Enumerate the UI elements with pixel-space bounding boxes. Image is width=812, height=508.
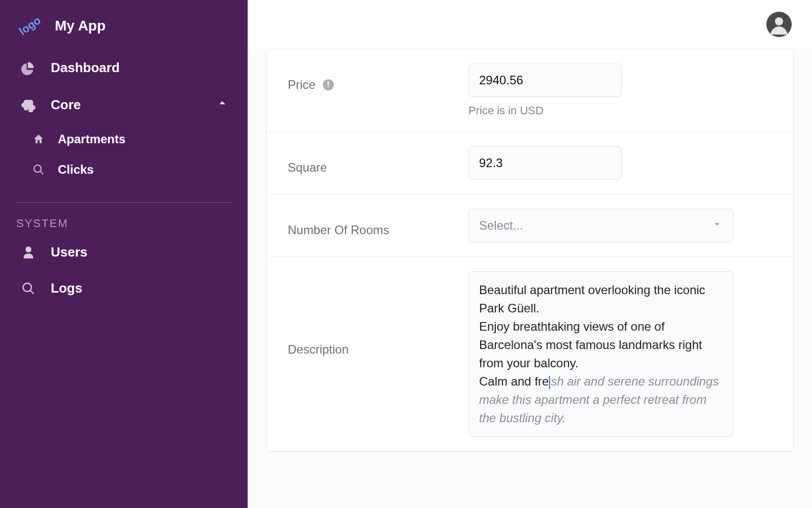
sidebar-item-label: Dashboard: [51, 60, 229, 76]
label-rooms: Number Of Rooms: [288, 209, 468, 237]
row-square: Square: [266, 132, 793, 195]
sidebar: logo My App Dashboard Core Apartments Cl…: [0, 0, 248, 508]
sidebar-item-apartments[interactable]: Apartments: [0, 124, 248, 154]
label-text: Number Of Rooms: [288, 223, 389, 237]
search-icon: [18, 281, 39, 296]
avatar[interactable]: [766, 12, 792, 37]
user-icon: [18, 245, 39, 260]
label-text: Description: [288, 342, 349, 357]
caret-down-icon: [712, 218, 723, 233]
home-icon: [30, 133, 47, 145]
sidebar-item-users[interactable]: Users: [0, 234, 248, 270]
square-input[interactable]: [468, 146, 622, 180]
row-price: Price ! Price is in USD: [266, 49, 793, 132]
content: Price ! Price is in USD Square Numbe: [248, 49, 812, 508]
search-icon: [30, 164, 47, 176]
sidebar-item-clicks[interactable]: Clicks: [0, 154, 248, 185]
sidebar-item-label: Core: [51, 97, 215, 113]
select-placeholder: Select...: [479, 218, 523, 233]
row-description: Description Beautiful apartment overlook…: [266, 257, 793, 451]
brand: logo My App: [0, 14, 248, 50]
rooms-select[interactable]: Select...: [468, 209, 733, 242]
main: Price ! Price is in USD Square Numbe: [248, 0, 812, 508]
price-help: Price is in USD: [468, 104, 772, 117]
sidebar-item-label: Logs: [51, 280, 229, 296]
description-input[interactable]: Beautiful apartment overlooking the icon…: [468, 271, 733, 437]
info-icon[interactable]: !: [323, 79, 334, 90]
divider: [15, 202, 232, 203]
form-card: Price ! Price is in USD Square Numbe: [266, 49, 794, 452]
sidebar-item-logs[interactable]: Logs: [0, 270, 248, 306]
label-description: Description: [288, 271, 468, 357]
label-text: Price: [288, 78, 316, 92]
sidebar-item-dashboard[interactable]: Dashboard: [0, 50, 248, 86]
chevron-up-icon: [215, 96, 229, 114]
sidebar-item-core[interactable]: Core: [0, 86, 248, 124]
sidebar-section-system: SYSTEM: [0, 212, 248, 234]
sidebar-item-label: Apartments: [58, 132, 125, 146]
label-square: Square: [288, 146, 468, 175]
row-rooms: Number Of Rooms Select...: [266, 195, 793, 257]
brain-icon: [18, 98, 39, 112]
topbar: [248, 0, 812, 49]
label-price: Price !: [288, 64, 468, 92]
pie-chart-icon: [18, 61, 39, 75]
sidebar-item-label: Clicks: [58, 163, 94, 177]
sidebar-item-label: Users: [51, 244, 229, 260]
label-text: Square: [288, 161, 327, 175]
logo-icon: logo: [14, 10, 46, 42]
svg-point-1: [775, 17, 783, 25]
description-typed: Beautiful apartment overlooking the icon…: [479, 283, 705, 388]
price-input[interactable]: [468, 64, 622, 97]
app-title: My App: [55, 18, 106, 34]
